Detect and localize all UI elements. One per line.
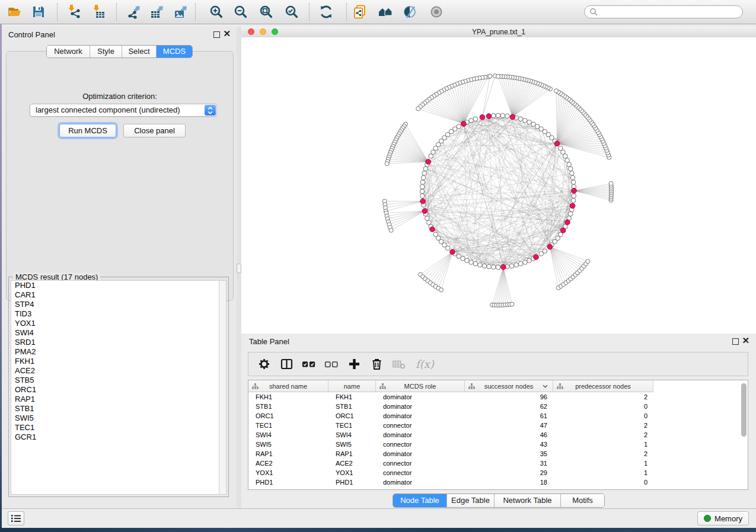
network-node[interactable] [518,261,523,266]
network-node[interactable] [572,194,576,198]
splitter-grip[interactable] [237,264,241,273]
table-row[interactable]: SWI4SWI4dominator462 [248,430,748,440]
mcds-result-item[interactable]: STB1 [11,404,220,414]
tab-network-table[interactable]: Network Table [495,494,561,507]
network-node[interactable] [527,258,532,263]
toggle-view-icon[interactable] [429,4,444,20]
criterion-select[interactable]: largest connected component (undirected) [30,104,217,117]
network-mcds-node[interactable] [486,114,492,119]
import-network-icon[interactable] [66,4,82,20]
tab-mcds[interactable]: MCDS [157,46,192,57]
network-node[interactable] [473,117,478,121]
network-node[interactable] [500,113,505,118]
toggle-vizmapper-icon[interactable] [403,4,418,20]
tab-edge-table[interactable]: Edge Table [447,494,495,507]
network-mcds-node[interactable] [480,115,485,120]
network-mcds-node[interactable] [426,159,431,165]
zoom-selected-icon[interactable] [284,4,299,20]
table-cell[interactable]: 2 [553,449,653,459]
table-row[interactable]: SWI5SWI5connector431 [248,440,748,449]
network-node[interactable] [527,120,532,125]
mcds-result-item[interactable]: PHD1 [11,281,220,290]
mcds-result-item[interactable]: SWI5 [11,414,220,423]
table-scrollbar-thumb[interactable] [741,383,747,437]
table-cell[interactable]: STB1 [328,402,376,411]
network-node[interactable] [565,158,570,163]
table-cell[interactable]: 1 [553,468,653,477]
network-node[interactable] [496,113,500,118]
table-cell[interactable]: connector [376,440,465,449]
network-node[interactable] [570,171,575,176]
export-table-icon[interactable] [149,4,165,20]
network-node[interactable] [518,117,523,121]
network-node[interactable] [571,198,576,203]
table-cell[interactable]: connector [376,468,465,477]
table-cell[interactable]: ACE2 [328,459,376,468]
zoom-fit-icon[interactable] [259,4,274,20]
task-history-button[interactable] [8,511,24,525]
network-node[interactable] [492,265,496,270]
table-cell[interactable]: TEC1 [248,421,328,430]
network-mcds-node[interactable] [547,244,553,249]
network-node[interactable] [427,220,432,225]
network-node[interactable] [568,211,573,216]
table-cell[interactable]: FKH1 [248,392,328,402]
network-node[interactable] [469,118,474,123]
network-mcds-node[interactable] [534,255,539,260]
table-cell[interactable]: 18 [465,477,553,487]
mcds-result-item[interactable]: STB5 [11,376,220,385]
network-leaf-node[interactable] [389,228,393,232]
table-cell[interactable]: PHD1 [248,477,328,487]
table-row[interactable]: RAP1RAP1dominator352 [248,449,748,459]
network-node[interactable] [425,216,430,221]
network-node[interactable] [469,260,474,265]
table-row[interactable]: ACE2ACE2connector311 [248,459,748,468]
add-column-icon[interactable] [347,357,361,371]
network-mcds-node[interactable] [422,209,428,214]
tab-style[interactable]: Style [90,46,122,57]
table-row[interactable]: YOX1YOX1connector291 [248,468,748,477]
table-cell[interactable]: dominator [376,411,465,421]
deselect-all-icon[interactable] [324,357,339,371]
table-cell[interactable]: 31 [465,459,553,468]
column-header-predecessor-nodes[interactable]: predecessor nodes [553,380,653,392]
mcds-result-item[interactable]: RAP1 [11,395,220,404]
network-mcds-node[interactable] [450,249,455,255]
mcds-result-item[interactable]: SRD1 [11,338,220,347]
network-mcds-node[interactable] [430,227,435,232]
export-image-icon[interactable] [173,4,189,20]
mcds-result-item[interactable]: TID3 [11,309,220,319]
column-header-successor-nodes[interactable]: successor nodes [465,380,553,392]
table-cell[interactable]: YOX1 [328,468,376,477]
import-table-icon[interactable] [91,4,107,20]
mcds-result-item[interactable]: ACE2 [11,366,220,376]
network-leaf-node[interactable] [586,259,590,264]
network-mcds-node[interactable] [420,198,426,204]
table-cell[interactable]: dominator [376,392,465,402]
network-node[interactable] [465,258,470,263]
mcds-result-item[interactable]: TEC1 [11,423,220,432]
mcds-result-item[interactable]: PMA2 [11,347,220,357]
network-mcds-node[interactable] [554,141,560,146]
network-node[interactable] [505,114,510,118]
table-cell[interactable]: 43 [465,440,553,449]
network-mcds-node[interactable] [570,203,575,209]
float-table-panel-icon[interactable] [732,338,739,345]
run-mcds-button[interactable]: Run MCDS [59,124,116,137]
network-node[interactable] [531,122,536,127]
table-cell[interactable]: 0 [553,477,653,487]
column-header-shared-name[interactable]: shared name [248,380,328,392]
network-leaf-node[interactable] [416,107,420,111]
table-cell[interactable]: dominator [376,449,465,459]
table-cell[interactable]: PHD1 [328,477,376,487]
table-cell[interactable]: SWI4 [248,430,328,440]
network-leaf-node[interactable] [609,181,613,185]
network-node[interactable] [509,264,514,268]
network-node[interactable] [496,265,500,270]
mcds-result-item[interactable]: ORC1 [11,385,220,395]
table-cell[interactable]: dominator [376,477,465,487]
float-panel-icon[interactable] [213,31,220,38]
table-cell[interactable]: connector [376,459,465,468]
table-cell[interactable]: 1 [553,459,653,468]
network-mcds-node[interactable] [510,114,515,120]
